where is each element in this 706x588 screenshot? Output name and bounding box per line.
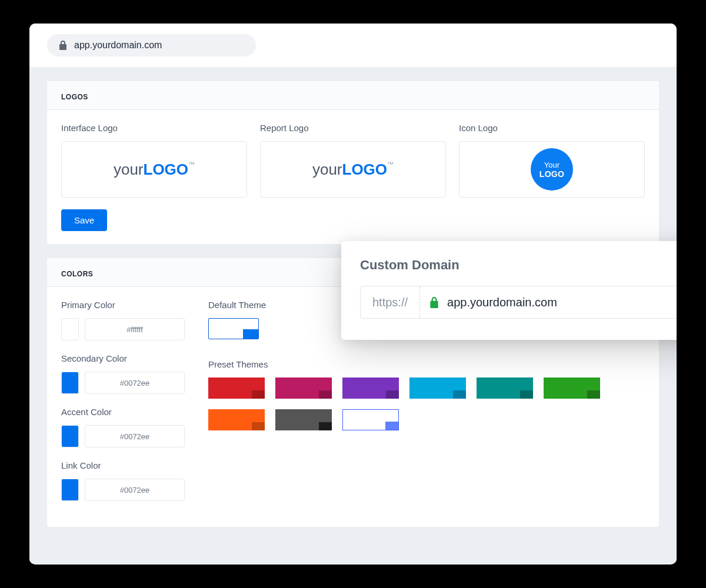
link-color-swatch[interactable] [61, 479, 79, 501]
preset-themes-section: Preset Themes [208, 359, 645, 430]
url-bar[interactable]: app.yourdomain.com [47, 34, 256, 56]
icon-logo-preview: Your LOGO [531, 148, 573, 191]
preset-theme-swatch[interactable] [409, 377, 466, 399]
secondary-color-field: Secondary Color [61, 353, 185, 394]
domain-protocol-label: https:// [361, 286, 420, 318]
report-logo-field: Report Logo yourLOGO™ [260, 123, 446, 198]
primary-color-swatch[interactable] [61, 318, 79, 340]
icon-logo-label: Icon Logo [459, 123, 645, 133]
url-bar-container: app.yourdomain.com [29, 24, 677, 67]
primary-color-hex-input[interactable] [85, 318, 185, 340]
report-logo-box[interactable]: yourLOGO™ [260, 141, 446, 198]
browser-window: app.yourdomain.com LOGOS Interface Logo … [29, 24, 677, 564]
accent-color-swatch[interactable] [61, 425, 79, 447]
lock-icon [429, 296, 439, 308]
accent-color-label: Accent Color [61, 407, 185, 417]
preset-theme-swatch[interactable] [275, 377, 332, 399]
interface-logo-preview: yourLOGO™ [114, 161, 195, 179]
link-color-hex-input[interactable] [85, 479, 185, 501]
custom-domain-value[interactable]: app.yourdomain.com [420, 286, 677, 318]
custom-domain-input-group: https:// app.yourdomain.com [360, 286, 677, 319]
url-text: app.yourdomain.com [74, 40, 162, 51]
preset-themes-label: Preset Themes [208, 359, 645, 369]
primary-color-label: Primary Color [61, 300, 185, 310]
custom-domain-title: Custom Domain [360, 258, 677, 273]
icon-logo-field: Icon Logo Your LOGO [459, 123, 645, 198]
interface-logo-box[interactable]: yourLOGO™ [61, 141, 247, 198]
default-theme-preview[interactable] [208, 318, 259, 339]
logos-section-title: LOGOS [47, 81, 659, 110]
preset-theme-swatch[interactable] [208, 409, 265, 430]
accent-color-hex-input[interactable] [85, 425, 185, 447]
link-color-field: Link Color [61, 460, 185, 501]
logos-panel: LOGOS Interface Logo yourLOGO™ Report Lo… [47, 81, 659, 244]
icon-logo-box[interactable]: Your LOGO [459, 141, 645, 198]
custom-domain-popup: Custom Domain https:// app.yourdomain.co… [341, 241, 677, 340]
interface-logo-label: Interface Logo [61, 123, 247, 133]
save-button[interactable]: Save [61, 209, 107, 231]
preset-theme-swatch[interactable] [544, 377, 600, 399]
secondary-color-swatch[interactable] [61, 372, 79, 394]
custom-domain-text: app.yourdomain.com [447, 296, 557, 309]
preset-theme-swatch[interactable] [342, 377, 399, 399]
report-logo-preview: yourLOGO™ [312, 161, 394, 179]
preset-theme-swatch[interactable] [208, 377, 265, 399]
report-logo-label: Report Logo [260, 123, 446, 133]
secondary-color-label: Secondary Color [61, 353, 185, 363]
interface-logo-field: Interface Logo yourLOGO™ [61, 123, 247, 198]
lock-icon [59, 41, 67, 50]
secondary-color-hex-input[interactable] [85, 372, 185, 394]
link-color-label: Link Color [61, 460, 185, 470]
preset-theme-swatch[interactable] [275, 409, 332, 430]
accent-color-field: Accent Color [61, 407, 185, 447]
primary-color-field: Primary Color [61, 300, 185, 340]
preset-theme-swatch[interactable] [477, 377, 533, 399]
preset-theme-swatch[interactable] [342, 409, 399, 430]
